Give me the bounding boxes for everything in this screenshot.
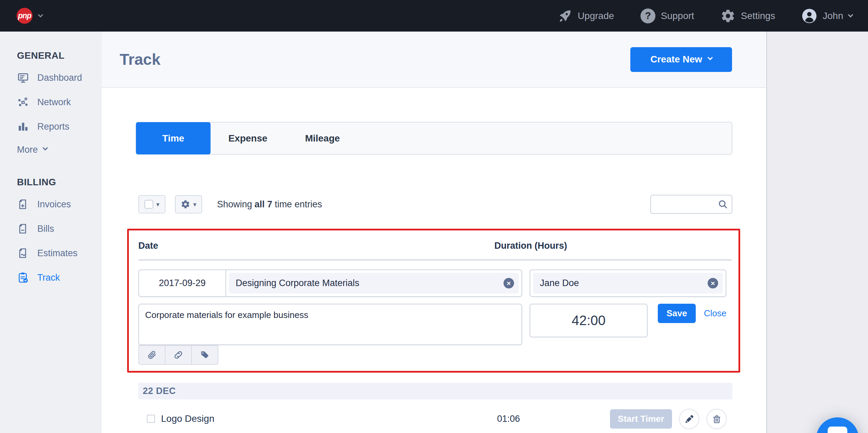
field-divider xyxy=(225,270,226,296)
create-new-button[interactable]: Create New xyxy=(630,47,732,72)
main-content: Track Create New Time Expense Mileage ▾ … xyxy=(102,32,766,433)
select-all-checkbox[interactable] xyxy=(144,200,153,209)
close-link[interactable]: Close xyxy=(704,304,726,323)
entry-duration: 01:06 xyxy=(497,414,520,424)
entry-actions: Start Timer xyxy=(610,409,727,429)
estimate-icon xyxy=(17,247,29,259)
search-icon xyxy=(717,199,728,210)
tab-time[interactable]: Time xyxy=(136,122,211,154)
sidebar-item-dashboard[interactable]: Dashboard xyxy=(17,71,102,84)
chevron-down-icon xyxy=(42,145,48,151)
trash-icon xyxy=(712,414,722,424)
question-icon: ? xyxy=(640,8,655,23)
page-header: Track Create New xyxy=(102,32,766,88)
duration-input[interactable]: 42:00 xyxy=(530,304,648,337)
chevron-down-icon xyxy=(848,12,853,18)
tag-icon xyxy=(200,350,210,360)
settings-button[interactable]: Settings xyxy=(721,8,775,23)
tab-mileage[interactable]: Mileage xyxy=(285,123,360,154)
team-member-value: Jane Doe xyxy=(540,278,579,288)
sidebar-item-label: Invoices xyxy=(37,199,71,210)
sidebar-item-label: Network xyxy=(37,97,71,108)
entry-form-row-2: Corporate materials for example business… xyxy=(138,304,732,345)
start-timer-button[interactable]: Start Timer xyxy=(610,409,672,429)
showing-count: all 7 xyxy=(255,199,273,209)
sidebar-item-label: Reports xyxy=(37,121,70,132)
topbar: pnp Upgrade ? Support Settings xyxy=(0,0,868,32)
network-icon xyxy=(17,96,29,108)
topnav: Upgrade ? Support Settings John xyxy=(557,8,852,24)
time-entry-row: Logo Design 01:06 Start Timer xyxy=(138,408,732,429)
sidebar-item-network[interactable]: Network xyxy=(17,96,102,109)
sidebar-item-estimates[interactable]: Estimates xyxy=(17,247,102,260)
user-name-label: John xyxy=(823,11,843,21)
date-input[interactable]: 2017-09-29 xyxy=(139,270,225,296)
bulk-actions-dropdown[interactable]: ▾ xyxy=(175,195,202,213)
project-input[interactable]: Designing Corporate Materials × xyxy=(229,273,519,294)
header-divider xyxy=(138,259,732,261)
duration-column-header: Duration (Hours) xyxy=(494,241,567,251)
showing-suffix: time entries xyxy=(275,199,322,209)
support-button[interactable]: ? Support xyxy=(640,8,694,23)
save-button[interactable]: Save xyxy=(658,304,696,323)
select-all-dropdown[interactable]: ▾ xyxy=(138,195,165,213)
note-attachment-toolbar xyxy=(138,345,732,365)
user-menu[interactable]: John xyxy=(802,8,852,24)
team-member-field-group: Jane Doe × xyxy=(530,269,726,297)
brand-logo-icon: pnp xyxy=(17,8,33,24)
create-new-label: Create New xyxy=(650,54,702,65)
tab-expense[interactable]: Expense xyxy=(211,123,285,154)
gear-icon xyxy=(721,8,735,23)
showing-entries-text: Showingall 7time entries xyxy=(217,199,324,210)
caret-down-icon: ▾ xyxy=(193,201,197,208)
sidebar-more-label: More xyxy=(17,145,38,155)
entry-form-row-1: 2017-09-29 Designing Corporate Materials… xyxy=(138,269,732,297)
showing-prefix: Showing xyxy=(217,199,252,209)
time-entry-form-highlight: Date Duration (Hours) 2017-09-29 Designi… xyxy=(127,229,740,373)
upgrade-button[interactable]: Upgrade xyxy=(557,8,614,23)
project-value: Designing Corporate Materials xyxy=(236,278,359,288)
chevron-down-icon xyxy=(38,12,43,18)
support-label: Support xyxy=(661,11,694,21)
entry-checkbox[interactable] xyxy=(147,415,155,423)
reports-icon xyxy=(17,120,29,133)
sidebar-item-track[interactable]: Track xyxy=(17,271,102,284)
note-textarea[interactable]: Corporate materials for example business xyxy=(138,304,522,345)
invoice-icon xyxy=(17,198,29,210)
page-title: Track xyxy=(120,50,160,69)
avatar-icon xyxy=(802,8,817,24)
clipboard-icon xyxy=(17,271,29,284)
sidebar-item-label: Track xyxy=(37,272,60,283)
page-right-margin xyxy=(766,32,868,433)
clear-team-member-button[interactable]: × xyxy=(708,278,718,288)
date-project-field-group: 2017-09-29 Designing Corporate Materials… xyxy=(138,269,522,297)
add-tag-button[interactable] xyxy=(191,345,218,365)
pencil-icon xyxy=(684,414,694,424)
entry-title: Logo Design xyxy=(161,413,214,424)
brand-logo[interactable]: pnp xyxy=(17,8,42,24)
paperclip-icon xyxy=(147,350,157,360)
sidebar-item-invoices[interactable]: Invoices xyxy=(17,198,102,211)
edit-entry-button[interactable] xyxy=(679,409,699,429)
sidebar-heading-general: GENERAL xyxy=(17,50,102,61)
gear-icon xyxy=(181,200,190,209)
sidebar-item-label: Estimates xyxy=(37,248,78,259)
sidebar-heading-billing: BILLING xyxy=(17,177,102,188)
clear-project-button[interactable]: × xyxy=(504,278,514,288)
delete-entry-button[interactable] xyxy=(706,409,727,429)
attach-link-button[interactable] xyxy=(165,345,192,365)
date-group-header: 22 DEC xyxy=(138,383,732,399)
sidebar-item-reports[interactable]: Reports xyxy=(17,120,102,133)
entry-type-tabs: Time Expense Mileage xyxy=(136,122,732,155)
sidebar: GENERAL Dashboard Network xyxy=(0,32,102,433)
sidebar-more-toggle[interactable]: More xyxy=(17,145,102,155)
sidebar-item-bills[interactable]: Bills xyxy=(17,222,102,235)
upgrade-label: Upgrade xyxy=(578,11,614,21)
rocket-icon xyxy=(557,8,572,23)
team-member-input[interactable]: Jane Doe × xyxy=(533,273,723,294)
search-box xyxy=(650,195,732,214)
attach-file-button[interactable] xyxy=(138,345,165,365)
bill-icon xyxy=(17,223,29,235)
sidebar-item-label: Bills xyxy=(37,224,54,234)
dashboard-icon xyxy=(17,72,29,84)
